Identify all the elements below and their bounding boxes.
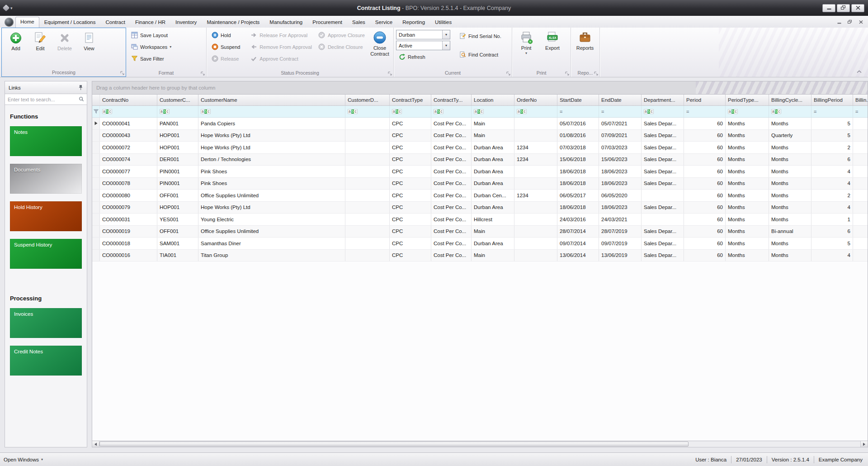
tab-maintenance-projects[interactable]: Maintenance / Projects <box>202 17 264 28</box>
column-header-period[interactable]: Period <box>684 95 726 105</box>
dialog-launcher-icon[interactable] <box>565 71 569 76</box>
filter-cell-customerName[interactable]: abc <box>198 106 345 117</box>
site-dropdown[interactable]: Durban ▾ <box>396 30 450 39</box>
approve-contract-button[interactable]: Approve Contract <box>248 53 314 64</box>
filter-cell-department[interactable]: abc <box>642 106 684 117</box>
reports-button[interactable]: Reports <box>573 29 597 51</box>
column-header-billin[interactable]: Billin... <box>853 95 868 105</box>
column-header-department[interactable]: Department... <box>642 95 684 105</box>
column-header-location[interactable]: Location <box>472 95 514 105</box>
dialog-launcher-icon[interactable] <box>506 71 510 76</box>
horizontal-scrollbar[interactable] <box>92 441 868 447</box>
tab-manufacturing[interactable]: Manufacturing <box>264 17 307 28</box>
sidebar-button-notes[interactable]: Notes <box>10 126 82 156</box>
release-for-approval-button[interactable]: Release For Approval <box>248 30 314 40</box>
hold-button[interactable]: Hold <box>209 30 246 40</box>
column-header-endDate[interactable]: EndDate <box>599 95 642 105</box>
pin-icon[interactable] <box>78 85 83 90</box>
column-header-contractType[interactable]: ContractType <box>390 95 431 105</box>
filter-cell-customerD[interactable]: abc <box>345 106 390 117</box>
mdi-close-button[interactable] <box>856 19 865 25</box>
dropdown-arrow-icon[interactable]: ▾ <box>442 30 450 39</box>
column-header-contractNo[interactable]: ContractNo <box>100 95 157 105</box>
tab-home[interactable]: Home <box>15 17 39 28</box>
table-row[interactable]: CO0000018SAM001Samanthas DinerCPCCost Pe… <box>92 238 868 250</box>
view-button[interactable]: View <box>77 29 101 52</box>
save-filter-button[interactable]: Save Filter <box>128 53 174 64</box>
filter-cell-location[interactable]: abc <box>472 106 514 117</box>
edit-button[interactable]: Edit <box>28 29 52 52</box>
table-row[interactable]: CO0000041PAN001Panda CopiersCPCCost Per … <box>92 118 868 130</box>
filter-cell-periodType[interactable]: abc <box>726 106 769 117</box>
tab-service[interactable]: Service <box>370 17 397 28</box>
table-row[interactable]: CO0000072HOP001Hope Works (Pty) LtdCPCCo… <box>92 142 868 154</box>
scroll-left-button[interactable] <box>92 441 99 447</box>
close-contract-button[interactable]: Close Contract <box>368 29 391 57</box>
filter-cell-endDate[interactable]: = <box>599 106 642 117</box>
sidebar-button-credit-notes[interactable]: Credit Notes <box>10 346 82 376</box>
tab-sales[interactable]: Sales <box>347 17 370 28</box>
find-contract-button[interactable]: Find Contract <box>457 49 504 60</box>
tab-utilities[interactable]: Utilities <box>430 17 457 28</box>
table-row[interactable]: CO0000074DER001Derton / TechnologiesCPCC… <box>92 154 868 166</box>
save-layout-button[interactable]: Save Layout <box>128 30 174 40</box>
column-header-orderNo[interactable]: OrderNo <box>514 95 557 105</box>
status-dropdown[interactable]: Active ▾ <box>396 41 450 50</box>
column-header-customerCode[interactable]: CustomerC... <box>157 95 198 105</box>
column-header-customerD[interactable]: CustomerD... <box>345 95 390 105</box>
table-row[interactable]: CO0000031YES001Young ElectricCPCCost Per… <box>92 214 868 226</box>
dialog-launcher-icon[interactable] <box>594 71 598 76</box>
filter-cell-startDate[interactable]: = <box>557 106 599 117</box>
refresh-button[interactable]: Refresh <box>396 52 452 62</box>
decline-closure-button[interactable]: Decline Closure <box>316 42 367 52</box>
column-header-startDate[interactable]: StartDate <box>557 95 599 105</box>
sidebar-button-invoices[interactable]: Invoices <box>10 308 82 338</box>
add-button[interactable]: Add <box>4 29 28 52</box>
tab-inventory[interactable]: Inventory <box>170 17 202 28</box>
search-input[interactable] <box>6 97 79 102</box>
sidebar-button-hold-history[interactable]: Hold History <box>10 201 82 231</box>
mdi-minimize-button[interactable] <box>835 19 844 25</box>
filter-cell-contractType[interactable]: abc <box>390 106 431 117</box>
tab-procurement[interactable]: Procurement <box>307 17 347 28</box>
dropdown-arrow-icon[interactable]: ▾ <box>442 41 450 50</box>
export-button[interactable]: XLSX Export <box>541 29 564 51</box>
suspend-button[interactable]: Suspend <box>209 42 246 52</box>
qat-dropdown-icon[interactable]: ▾ <box>10 6 13 10</box>
filter-cell-contractNo[interactable]: abc <box>100 106 157 117</box>
print-button[interactable]: Print ▾ <box>514 29 538 55</box>
delete-button[interactable]: Delete <box>53 29 76 52</box>
dialog-launcher-icon[interactable] <box>388 71 392 76</box>
restore-button[interactable] <box>837 4 850 12</box>
column-header-billingCycle[interactable]: BillingCycle... <box>769 95 811 105</box>
approve-closure-button[interactable]: Approve Closure <box>316 30 367 40</box>
filter-cell-billin[interactable]: = <box>853 106 868 117</box>
scrollbar-track[interactable] <box>689 441 860 447</box>
filter-cell-billingCycle[interactable]: abc <box>769 106 811 117</box>
tab-reporting[interactable]: Reporting <box>397 17 430 28</box>
tab-finance-hr[interactable]: Finance / HR <box>130 17 170 28</box>
release-button[interactable]: Release <box>209 53 246 64</box>
column-header-contractTyDesc[interactable]: ContractTy... <box>431 95 472 105</box>
table-row[interactable]: CO0000079HOP001Hope Works (Pty) LtdCPCCo… <box>92 202 868 214</box>
table-row[interactable]: CO0000019OFF001Office Supplies Unlimited… <box>92 226 868 238</box>
application-menu-button[interactable] <box>3 17 15 28</box>
filter-cell-customerCode[interactable]: abc <box>157 106 198 117</box>
table-row[interactable]: CO0000080OFF001Office Supplies Unlimited… <box>92 190 868 202</box>
workspaces-button[interactable]: Workspaces ▾ <box>128 42 174 52</box>
remove-from-approval-button[interactable]: Remove From Approval <box>248 42 314 52</box>
table-row[interactable]: CO0000077PIN0001Pink ShoesCPCCost Per Co… <box>92 166 868 178</box>
tab-contract[interactable]: Contract <box>100 17 130 28</box>
scrollbar-thumb[interactable] <box>99 442 689 447</box>
filter-cell-billingPeriod[interactable]: = <box>811 106 853 117</box>
column-header-billingPeriod[interactable]: BillingPeriod <box>811 95 853 105</box>
filter-cell-period[interactable]: = <box>684 106 726 117</box>
filter-cell-contractTyDesc[interactable]: abc <box>431 106 472 117</box>
collapse-ribbon-button[interactable] <box>854 68 863 75</box>
close-button[interactable] <box>851 4 864 12</box>
sidebar-button-documents[interactable]: Documents <box>10 164 82 194</box>
scroll-right-button[interactable] <box>860 441 868 447</box>
open-windows-button[interactable]: Open Windows ▾ <box>4 457 43 462</box>
filter-cell-orderNo[interactable]: abc <box>514 106 557 117</box>
mdi-restore-button[interactable] <box>845 19 854 25</box>
